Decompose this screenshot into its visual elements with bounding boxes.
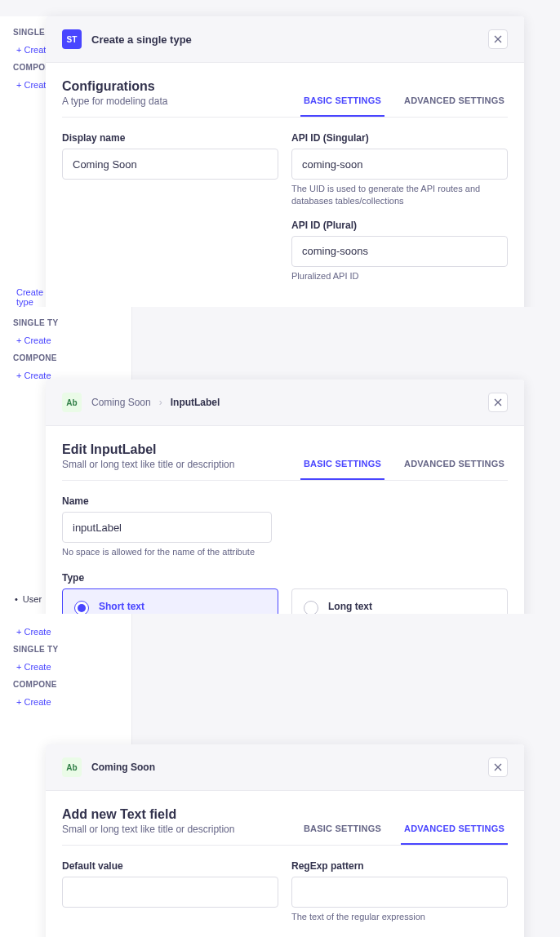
config-subtitle: A type for modeling data — [62, 95, 167, 107]
crumb-coming-soon[interactable]: Coming Soon — [91, 397, 151, 408]
radio-selected-icon — [74, 601, 89, 615]
settings-tabs-2: BASIC SETTINGS ADVANCED SETTINGS — [300, 449, 508, 480]
settings-tabs: BASIC SETTINGS ADVANCED SETTINGS — [300, 86, 508, 117]
api-plural-hint: Pluralized API ID — [291, 270, 508, 282]
display-name-input[interactable] — [62, 149, 278, 180]
sidebar-section-single-types-3: SINGLE TY — [0, 642, 131, 657]
config-heading: Configurations — [62, 79, 167, 94]
crumb-coming-soon-2: Coming Soon — [91, 762, 155, 773]
tab-basic-settings[interactable]: BASIC SETTINGS — [300, 86, 384, 117]
api-singular-hint: The UID is used to generate the API rout… — [291, 183, 508, 208]
edit-subtitle: Small or long text like title or descrip… — [62, 459, 234, 470]
sidebar-create-link-5[interactable]: + Create — [0, 622, 131, 642]
api-plural-label: API ID (Plural) — [291, 220, 508, 231]
name-hint: No space is allowed for the name of the … — [62, 546, 272, 558]
st-badge: ST — [62, 29, 82, 49]
add-text-field-modal: Ab Coming Soon Add new Text field Small … — [46, 744, 524, 937]
regexp-input[interactable] — [291, 877, 508, 908]
tab-advanced-settings-3[interactable]: ADVANCED SETTINGS — [401, 814, 508, 845]
add-field-heading: Add new Text field — [62, 807, 234, 822]
type-label: Type — [62, 572, 508, 584]
add-field-subtitle: Small or long text like title or descrip… — [62, 824, 234, 835]
api-plural-input[interactable] — [291, 236, 508, 267]
close-button-3[interactable] — [488, 757, 508, 777]
sidebar-create-link-3[interactable]: + Create — [0, 331, 131, 350]
settings-tabs-3: BASIC SETTINGS ADVANCED SETTINGS — [300, 814, 508, 845]
breadcrumb-2: Coming Soon — [91, 762, 155, 773]
sidebar-create-link-7[interactable]: + Create — [0, 692, 131, 712]
name-label: Name — [62, 495, 272, 507]
sidebar-section-single-types-2: SINGLE TY — [0, 315, 131, 331]
close-icon — [494, 763, 502, 771]
chevron-right-icon: › — [159, 397, 162, 408]
short-text-title: Short text — [99, 601, 266, 612]
close-icon — [494, 35, 502, 43]
close-button-2[interactable] — [488, 393, 508, 412]
edit-heading: Edit InputLabel — [62, 442, 234, 457]
sidebar-section-components-2: COMPONE — [0, 350, 131, 366]
long-text-title: Long text — [328, 601, 496, 612]
tab-basic-settings-3[interactable]: BASIC SETTINGS — [300, 814, 384, 845]
api-singular-label: API ID (Singular) — [291, 132, 508, 144]
name-input[interactable] — [62, 512, 272, 543]
regexp-label: RegExp pattern — [291, 860, 508, 872]
ab-badge: Ab — [62, 393, 82, 412]
tab-advanced-settings-2[interactable]: ADVANCED SETTINGS — [401, 449, 508, 480]
default-value-input[interactable] — [62, 877, 278, 908]
breadcrumb: Coming Soon › InputLabel — [91, 397, 220, 408]
regexp-hint: The text of the regular expression — [291, 911, 508, 923]
tab-advanced-settings[interactable]: ADVANCED SETTINGS — [401, 86, 508, 117]
modal-header: ST Create a single type — [46, 16, 524, 63]
radio-unselected-icon — [304, 601, 318, 615]
close-icon — [494, 398, 502, 406]
close-button[interactable] — [488, 29, 508, 49]
display-name-label: Display name — [62, 132, 278, 144]
ab-badge-2: Ab — [62, 757, 82, 777]
sidebar-create-link-6[interactable]: + Create — [0, 657, 131, 677]
default-value-label: Default value — [62, 860, 278, 872]
modal-title: Create a single type — [91, 33, 192, 46]
crumb-inputlabel: InputLabel — [171, 397, 220, 408]
modal-header-3: Ab Coming Soon — [46, 744, 524, 791]
modal-header-2: Ab Coming Soon › InputLabel — [46, 380, 524, 426]
tab-basic-settings-2[interactable]: BASIC SETTINGS — [300, 449, 384, 480]
api-singular-input[interactable] — [291, 149, 508, 180]
sidebar-section-components-3: COMPONE — [0, 677, 131, 692]
